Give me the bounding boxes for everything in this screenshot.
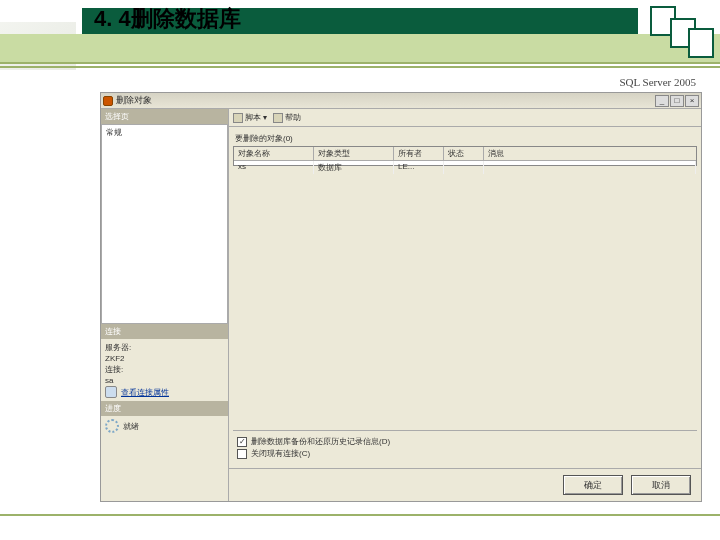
col-message[interactable]: 消息 — [484, 147, 696, 160]
slide-title: 4. 4删除数据库 — [94, 4, 241, 34]
col-status[interactable]: 状态 — [444, 147, 484, 160]
right-panel: 脚本 ▾ 帮助 要删除的对象(0) 对象名称 对象类型 所有者 状态 消息 — [229, 109, 701, 501]
delete-history-label: 删除数据库备份和还原历史记录信息(D) — [251, 436, 390, 447]
view-connection-link[interactable]: 查看连接属性 — [121, 387, 169, 398]
help-label: 帮助 — [285, 112, 301, 123]
content-area: 要删除的对象(0) 对象名称 对象类型 所有者 状态 消息 xs 数据库 LE.… — [229, 127, 701, 468]
maximize-button[interactable]: □ — [670, 95, 684, 107]
col-owner[interactable]: 所有者 — [394, 147, 444, 160]
minimize-button[interactable]: _ — [655, 95, 669, 107]
dialog-toolbar: 脚本 ▾ 帮助 — [229, 109, 701, 127]
delete-object-dialog: 删除对象 _ □ × 选择页 常规 连接 服务器: ZKF2 连接: sa 查看… — [100, 92, 702, 502]
slide-subtitle: SQL Server 2005 — [0, 76, 720, 88]
app-icon — [103, 96, 113, 106]
progress-header: 进度 — [101, 401, 228, 416]
col-type[interactable]: 对象类型 — [314, 147, 394, 160]
script-icon — [233, 113, 243, 123]
options-area: ✓ 删除数据库备份和还原历史记录信息(D) 关闭现有连接(C) — [233, 430, 697, 464]
server-label: 服务器: — [105, 342, 131, 353]
close-button[interactable]: × — [685, 95, 699, 107]
script-button[interactable]: 脚本 ▾ — [233, 112, 267, 123]
grid-header: 对象名称 对象类型 所有者 状态 消息 — [234, 147, 696, 161]
progress-section: 就绪 — [101, 416, 228, 436]
chevron-down-icon: ▾ — [263, 113, 267, 122]
objects-grid[interactable]: 对象名称 对象类型 所有者 状态 消息 xs 数据库 LE... — [233, 146, 697, 166]
delete-history-checkbox[interactable]: ✓ — [237, 437, 247, 447]
select-page-header: 选择页 — [101, 109, 228, 124]
objects-label: 要删除的对象(0) — [235, 133, 697, 144]
tree-item-general[interactable]: 常规 — [106, 127, 223, 138]
script-label: 脚本 — [245, 112, 261, 123]
title-band-lower — [0, 34, 720, 64]
window-titlebar[interactable]: 删除对象 _ □ × — [101, 93, 701, 109]
window-title-text: 删除对象 — [116, 94, 152, 107]
close-connections-checkbox[interactable] — [237, 449, 247, 459]
left-panel: 选择页 常规 连接 服务器: ZKF2 连接: sa 查看连接属性 进度 就绪 — [101, 109, 229, 501]
connection-value: sa — [105, 376, 113, 385]
col-name[interactable]: 对象名称 — [234, 147, 314, 160]
page-tree[interactable]: 常规 — [101, 124, 228, 324]
progress-text: 就绪 — [123, 421, 139, 432]
footer-divider — [0, 514, 720, 516]
server-value: ZKF2 — [105, 354, 125, 363]
connection-section: 服务器: ZKF2 连接: sa 查看连接属性 — [101, 339, 228, 401]
help-icon — [273, 113, 283, 123]
help-button[interactable]: 帮助 — [273, 112, 301, 123]
button-bar: 确定 取消 — [229, 468, 701, 501]
connection-label: 连接: — [105, 364, 123, 375]
link-icon — [105, 386, 117, 398]
ok-button[interactable]: 确定 — [563, 475, 623, 495]
progress-spinner-icon — [105, 419, 119, 433]
connection-header: 连接 — [101, 324, 228, 339]
cancel-button[interactable]: 取消 — [631, 475, 691, 495]
decor-right — [640, 0, 720, 60]
close-connections-label: 关闭现有连接(C) — [251, 448, 310, 459]
